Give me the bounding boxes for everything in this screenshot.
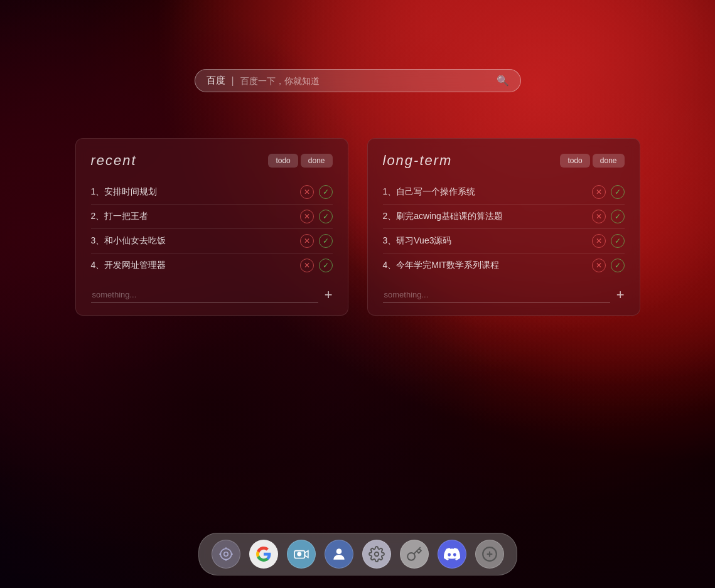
todo-text-2: 2、打一把王者 xyxy=(91,211,300,222)
longterm-actions-3: ✕ ✓ xyxy=(592,234,625,248)
longterm-delete-4[interactable]: ✕ xyxy=(592,259,606,272)
svg-point-8 xyxy=(336,548,341,554)
todo-actions-2: ✕ ✓ xyxy=(300,210,333,223)
table-row: 2、打一把王者 ✕ ✓ xyxy=(91,205,333,229)
todo-text-1: 1、安排时间规划 xyxy=(91,186,300,198)
recent-add-button[interactable]: + xyxy=(325,288,333,302)
delete-button-1[interactable]: ✕ xyxy=(300,185,314,199)
todo-actions-1: ✕ ✓ xyxy=(300,185,333,199)
longterm-panel: long-term todo done 1、自己写一个操作系统 ✕ ✓ 2、刷完… xyxy=(367,138,640,316)
recent-tab-group: todo done xyxy=(268,154,332,168)
recent-todo-tab[interactable]: todo xyxy=(268,154,298,168)
recent-done-tab[interactable]: done xyxy=(301,154,333,168)
delete-button-4[interactable]: ✕ xyxy=(300,259,314,272)
gear-dock-icon[interactable] xyxy=(362,540,391,569)
svg-point-9 xyxy=(374,552,379,557)
longterm-todo-list: 1、自己写一个操作系统 ✕ ✓ 2、刷完acwing基础课的算法题 ✕ ✓ 3、… xyxy=(383,180,625,277)
longterm-panel-header: long-term todo done xyxy=(383,152,625,169)
longterm-actions-4: ✕ ✓ xyxy=(592,259,625,272)
table-row: 3、研习Vue3源码 ✕ ✓ xyxy=(383,229,625,254)
table-row: 4、开发网址管理器 ✕ ✓ xyxy=(91,254,333,277)
longterm-title: long-term xyxy=(383,152,453,169)
delete-button-3[interactable]: ✕ xyxy=(300,234,314,248)
longterm-tab-group: todo done xyxy=(560,154,624,168)
recent-title: recent xyxy=(91,152,137,169)
panels-container: recent todo done 1、安排时间规划 ✕ ✓ 2、打一把王者 xyxy=(75,138,640,316)
dock xyxy=(198,533,517,575)
longterm-delete-3[interactable]: ✕ xyxy=(592,234,606,248)
table-row: 3、和小仙女去吃饭 ✕ ✓ xyxy=(91,229,333,254)
delete-button-2[interactable]: ✕ xyxy=(300,210,314,223)
longterm-add-button[interactable]: + xyxy=(616,288,625,302)
longterm-text-1: 1、自己写一个操作系统 xyxy=(383,186,592,198)
todo-text-4: 4、开发网址管理器 xyxy=(91,260,300,271)
discord-dock-icon[interactable] xyxy=(438,540,466,569)
longterm-done-4[interactable]: ✓ xyxy=(611,259,625,272)
google-dock-icon[interactable] xyxy=(249,540,278,569)
longterm-add-row: + xyxy=(383,287,625,302)
longterm-todo-tab[interactable]: todo xyxy=(560,154,589,168)
longterm-done-1[interactable]: ✓ xyxy=(611,185,625,199)
table-row: 1、安排时间规划 ✕ ✓ xyxy=(91,180,333,205)
longterm-done-3[interactable]: ✓ xyxy=(611,234,625,248)
table-row: 2、刷完acwing基础课的算法题 ✕ ✓ xyxy=(383,205,625,229)
table-row: 4、今年学完MIT数学系列课程 ✕ ✓ xyxy=(383,254,625,277)
longterm-text-4: 4、今年学完MIT数学系列课程 xyxy=(383,260,592,271)
search-bar: 百度 | 🔍 xyxy=(195,69,521,92)
settings-dock-icon[interactable] xyxy=(212,540,240,569)
user-dock-icon[interactable] xyxy=(325,540,353,569)
search-icon[interactable]: 🔍 xyxy=(497,75,509,87)
longterm-delete-2[interactable]: ✕ xyxy=(592,210,606,223)
done-button-1[interactable]: ✓ xyxy=(319,185,333,199)
search-divider: | xyxy=(232,75,234,87)
longterm-done-2[interactable]: ✓ xyxy=(611,210,625,223)
todo-text-3: 3、和小仙女去吃饭 xyxy=(91,235,300,247)
search-brand: 百度 xyxy=(207,75,225,87)
camera-dock-icon[interactable] xyxy=(287,540,316,569)
search-container: 百度 | 🔍 xyxy=(195,69,521,92)
recent-panel: recent todo done 1、安排时间规划 ✕ ✓ 2、打一把王者 xyxy=(75,138,348,316)
recent-add-row: + xyxy=(91,287,333,302)
done-button-2[interactable]: ✓ xyxy=(319,210,333,223)
longterm-done-tab[interactable]: done xyxy=(593,154,625,168)
longterm-actions-2: ✕ ✓ xyxy=(592,210,625,223)
pin-dock-icon[interactable] xyxy=(400,540,429,569)
longterm-delete-1[interactable]: ✕ xyxy=(592,185,606,199)
longterm-add-input[interactable] xyxy=(383,287,610,302)
add-dock-icon[interactable] xyxy=(475,540,504,569)
svg-point-7 xyxy=(298,552,301,555)
table-row: 1、自己写一个操作系统 ✕ ✓ xyxy=(383,180,625,205)
todo-actions-3: ✕ ✓ xyxy=(300,234,333,248)
recent-panel-header: recent todo done xyxy=(91,152,333,169)
todo-actions-4: ✕ ✓ xyxy=(300,259,333,272)
recent-todo-list: 1、安排时间规划 ✕ ✓ 2、打一把王者 ✕ ✓ 3、和小仙女去吃饭 xyxy=(91,180,333,277)
svg-point-0 xyxy=(220,548,231,559)
longterm-text-2: 2、刷完acwing基础课的算法题 xyxy=(383,211,592,222)
recent-add-input[interactable] xyxy=(91,287,318,302)
done-button-4[interactable]: ✓ xyxy=(319,259,333,272)
search-input[interactable] xyxy=(240,76,497,86)
done-button-3[interactable]: ✓ xyxy=(319,234,333,248)
svg-point-1 xyxy=(223,552,228,557)
longterm-text-3: 3、研习Vue3源码 xyxy=(383,235,592,247)
longterm-actions-1: ✕ ✓ xyxy=(592,185,625,199)
